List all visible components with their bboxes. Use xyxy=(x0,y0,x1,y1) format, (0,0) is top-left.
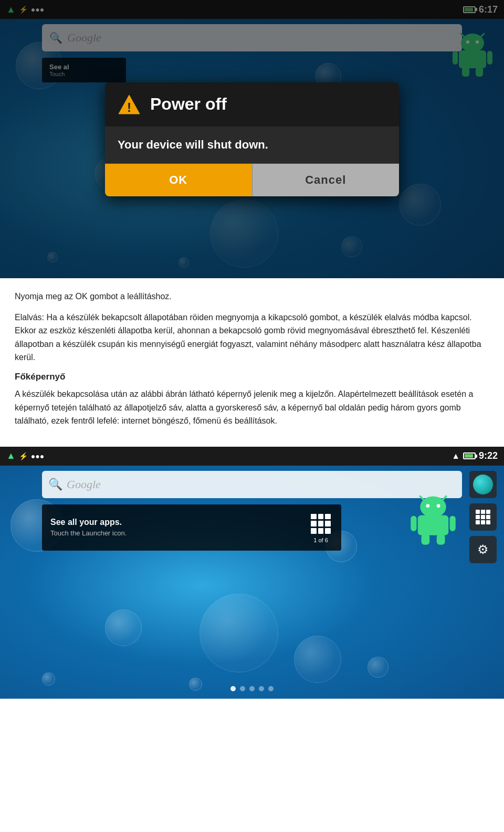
svg-rect-18 xyxy=(411,515,416,531)
grid-dot xyxy=(325,521,331,526)
dialog-buttons: OK Cancel xyxy=(105,163,399,196)
launcher-grid-icon xyxy=(309,512,333,536)
battery-icon-2 xyxy=(463,452,476,459)
apps-grid-button[interactable] xyxy=(469,503,497,531)
grid-dot xyxy=(311,521,317,526)
page-dot-3 xyxy=(249,686,255,691)
grid-dot xyxy=(311,528,317,534)
wifi-icon: ▲ xyxy=(452,451,460,461)
search-icon-2: 🔍 xyxy=(48,478,62,491)
svg-point-14 xyxy=(420,496,446,518)
dialog-title: Power off xyxy=(150,94,227,114)
android-icon-2: ▲ xyxy=(6,450,16,461)
dialog-ok-button[interactable]: OK xyxy=(105,164,252,196)
grid-dot xyxy=(476,515,480,519)
dialog-body: Your device will shut down. xyxy=(105,127,399,163)
bubble xyxy=(189,678,202,691)
bubble xyxy=(200,594,278,672)
paragraph-2: Elalvás: Ha a készülék bekapcsolt állapo… xyxy=(15,311,489,364)
settings-button[interactable]: ⚙ xyxy=(469,536,497,563)
paragraph-1: Nyomja meg az OK gombot a leállításhoz. xyxy=(15,290,489,303)
grid-dot xyxy=(318,521,324,526)
signal-icon-2: ●●● xyxy=(31,452,44,460)
svg-text:!: ! xyxy=(127,100,131,114)
grid-dot xyxy=(481,515,485,519)
see-all-text-block: See all your apps. Touch the Launcher ic… xyxy=(50,518,127,537)
grid-dot xyxy=(486,515,490,519)
see-all-panel-2: See all your apps. Touch the Launcher ic… xyxy=(42,504,341,551)
android-screenshot-1: ▲ ⚡ ●●● 6:17 🔍 Google See al Touch xyxy=(0,0,504,278)
bubble xyxy=(368,657,388,678)
status-time-2: 9:22 xyxy=(479,450,498,461)
page-dot-5 xyxy=(268,686,274,691)
dialog-message: Your device will shut down. xyxy=(118,138,268,151)
grid-dot xyxy=(481,510,485,514)
grid-dot xyxy=(325,514,331,520)
launcher-icon-box[interactable]: 1 of 6 xyxy=(309,512,333,543)
svg-rect-17 xyxy=(418,515,449,535)
grid-icon-2 xyxy=(475,509,491,525)
grid-dot xyxy=(481,520,485,524)
dialog-header: ! Power off xyxy=(105,82,399,127)
dialog-cancel-button[interactable]: Cancel xyxy=(252,164,400,196)
see-all-subtitle-2: Touch the Launcher icon. xyxy=(50,529,127,537)
bubble xyxy=(294,636,341,683)
search-bar-2[interactable]: 🔍 Google xyxy=(42,471,462,498)
page-dot-1 xyxy=(230,686,236,691)
power-dialog: ! Power off Your device will shut down. … xyxy=(105,82,399,196)
search-placeholder-2: Google xyxy=(67,478,101,491)
bubble xyxy=(105,609,142,646)
grid-dot xyxy=(325,528,331,534)
right-buttons: ⚙ xyxy=(469,471,497,563)
grid-dot xyxy=(476,510,480,514)
status-icons-right-2: ▲ 9:22 xyxy=(452,450,498,461)
grid-dot xyxy=(311,514,317,520)
svg-rect-19 xyxy=(450,515,456,531)
svg-point-16 xyxy=(437,504,440,508)
page-dot-4 xyxy=(259,686,264,691)
svg-point-15 xyxy=(426,504,430,508)
warning-icon: ! xyxy=(118,93,141,116)
android-screenshot-2: ▲ ⚡ ●●● ▲ 9:22 🔍 Google See all your app… xyxy=(0,447,504,699)
paragraph-3: A készülék bekapcsolása után az alábbi á… xyxy=(15,387,489,428)
status-bar-2: ▲ ⚡ ●●● ▲ 9:22 xyxy=(0,447,504,466)
status-icons-left-2: ▲ ⚡ ●●● xyxy=(6,450,44,461)
text-section: Nyomja meg az OK gombot a leállításhoz. … xyxy=(0,278,504,447)
globe-button[interactable] xyxy=(469,471,497,498)
section-heading: Főképernyő xyxy=(15,372,489,382)
settings-icon: ⚙ xyxy=(477,542,489,557)
grid-dot xyxy=(318,514,324,520)
screen-page-dots xyxy=(230,686,274,691)
bubble xyxy=(42,672,55,686)
grid-dot xyxy=(476,520,480,524)
svg-rect-20 xyxy=(422,534,430,544)
page-indicator: 1 of 6 xyxy=(313,537,328,543)
svg-rect-21 xyxy=(437,534,445,544)
grid-dot xyxy=(486,520,490,524)
grid-dot xyxy=(318,528,324,534)
see-all-title-2: See all your apps. xyxy=(50,518,127,527)
grid-dot xyxy=(486,510,490,514)
globe-icon xyxy=(473,475,493,494)
dialog-overlay: ! Power off Your device will shut down. … xyxy=(0,0,504,278)
page-dot-2 xyxy=(240,686,245,691)
usb-icon-2: ⚡ xyxy=(19,452,28,460)
android-robot-2 xyxy=(410,494,457,546)
